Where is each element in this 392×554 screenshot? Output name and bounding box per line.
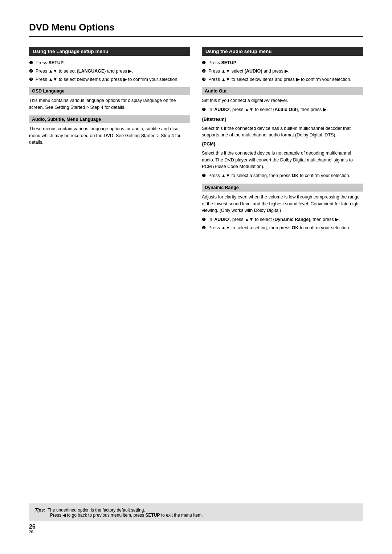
right-column: Using the Audio setup menu ❶ Press SETUP… — [202, 47, 363, 234]
right-step-1: ❶ Press SETUP. — [202, 59, 363, 66]
osd-language-body: This menu contains various language opti… — [29, 97, 190, 111]
audio-out-header: Audio Out — [202, 87, 363, 95]
step-content-2: Press ▲▼ to select {LANGUAGE} and press … — [36, 68, 190, 75]
right-step-content-3: Press ▲▼ to select below items and press… — [208, 76, 363, 83]
audio-out-step-num-1: ❶ — [202, 106, 208, 113]
left-step-3: ❸ Press ▲▼ to select below items and pre… — [29, 76, 190, 83]
audio-out-steps: ❶ In 'AUDIO', press ▲▼ to select {Audio … — [202, 106, 363, 113]
right-step-3: ❸ Press ▲▼ to select below items and pre… — [202, 76, 363, 83]
left-column: Using the Language setup menu ❶ Press SE… — [29, 47, 190, 148]
audio-subtitle-header: Audio, Subtitle, Menu Language — [29, 115, 190, 123]
page-number-small: 26 — [29, 530, 36, 534]
right-step-content-1: Press SETUP. — [208, 59, 363, 66]
left-step-2: ❷ Press ▲▼ to select {LANGUAGE} and pres… — [29, 68, 190, 75]
left-step-1: ❶ Press SETUP. — [29, 59, 190, 66]
dynamic-range-step-content-1: In 'AUDIO', press ▲▼ to select {Dynamic … — [208, 216, 363, 223]
dynamic-range-step-content-2: Press ▲▼ to select a setting, then press… — [208, 225, 363, 231]
dynamic-range-intro: Adjusts for clarity even when the volume… — [202, 194, 363, 214]
dynamic-range-step-num-2: ❷ — [202, 225, 208, 231]
page-title: DVD Menu Options — [29, 22, 363, 37]
right-step-2: ❷ Press ▲▼ select {AUDIO} and press ▶. — [202, 68, 363, 75]
left-steps: ❶ Press SETUP. ❷ Press ▲▼ to select {LAN… — [29, 59, 190, 83]
osd-language-header: OSD Language — [29, 87, 190, 95]
step-num-2: ❷ — [29, 68, 35, 74]
dynamic-range-steps: ❶ In 'AUDIO', press ▲▼ to select {Dynami… — [202, 216, 363, 231]
right-step-num-1: ❶ — [202, 59, 208, 66]
audio-out-intro: Set this if you connect a digital AV rec… — [202, 97, 363, 104]
bitstream-label: {Bitstream} — [202, 116, 363, 123]
tips-line2: Press ◀ to go back to previous menu item… — [35, 513, 203, 518]
left-section-header: Using the Language setup menu — [29, 47, 190, 56]
tips-bar: Tips: The underlined option is the facto… — [29, 504, 363, 521]
right-step-num-3: ❸ — [202, 76, 208, 83]
dynamic-range-step-1: ❶ In 'AUDIO', press ▲▼ to select {Dynami… — [202, 216, 363, 223]
audio-out-final-step-num: ❷ — [202, 172, 208, 179]
right-section-header: Using the Audio setup menu — [202, 47, 363, 56]
step-content-3: Press ▲▼ to select below items and press… — [36, 76, 190, 83]
step-content-1: Press SETUP. — [36, 59, 190, 66]
dynamic-range-step-num-1: ❶ — [202, 216, 208, 223]
right-step-content-2: Press ▲▼ select {AUDIO} and press ▶. — [208, 68, 363, 75]
right-steps: ❶ Press SETUP. ❷ Press ▲▼ select {AUDIO}… — [202, 59, 363, 83]
audio-subtitle-body: These menus contain various language opt… — [29, 126, 190, 146]
step-num-1: ❶ — [29, 59, 35, 66]
page-number-large: 26 — [29, 524, 36, 530]
dynamic-range-step-2: ❷ Press ▲▼ to select a setting, then pre… — [202, 225, 363, 231]
pcm-body: Select this if the connected device is n… — [202, 150, 363, 170]
audio-out-step-content-1: In 'AUDIO', press ▲▼ to select {Audio Ou… — [208, 106, 363, 113]
bitstream-body: Select this if the connected device has … — [202, 125, 363, 139]
right-step-num-2: ❷ — [202, 68, 208, 74]
two-column-layout: Using the Language setup menu ❶ Press SE… — [29, 47, 363, 234]
audio-out-final-steps: ❷ Press ▲▼ to select a setting, then pre… — [202, 172, 363, 179]
pcm-label: {PCM} — [202, 141, 363, 148]
audio-out-final-step-content: Press ▲▼ to select a setting, then press… — [208, 172, 363, 179]
audio-out-final-step: ❷ Press ▲▼ to select a setting, then pre… — [202, 172, 363, 179]
tips-label: Tips: The underlined option is the facto… — [35, 508, 145, 513]
step-num-3: ❸ — [29, 76, 35, 83]
dynamic-range-header: Dynamic Range — [202, 184, 363, 192]
page-number: 26 26 — [29, 524, 36, 534]
audio-out-step-1: ❶ In 'AUDIO', press ▲▼ to select {Audio … — [202, 106, 363, 113]
